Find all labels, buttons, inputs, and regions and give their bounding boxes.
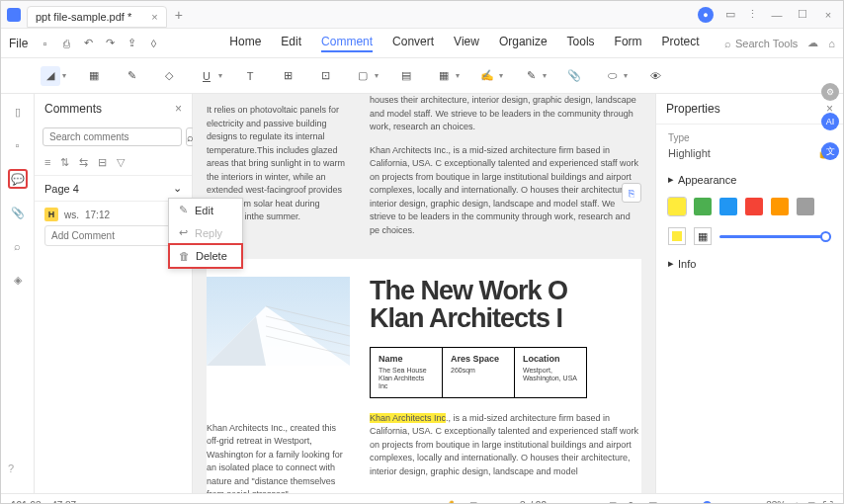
last-page-icon[interactable]: ⏭ (565, 500, 575, 504)
fit-page-icon[interactable]: ⊡ (609, 500, 617, 504)
zoom-out-icon[interactable]: − (752, 500, 758, 504)
help-icon[interactable]: ? (8, 462, 14, 474)
undo-icon[interactable]: ↶ (79, 35, 97, 52)
home-icon[interactable]: ⌂ (828, 38, 835, 49)
new-tab-button[interactable]: + (175, 7, 183, 23)
tab-comment[interactable]: Comment (321, 35, 373, 52)
appearance-section[interactable]: ▸ Appearance (656, 167, 843, 192)
kebab-menu-icon[interactable]: ⋮ (747, 8, 758, 21)
shape-tool[interactable]: ▢ (353, 66, 373, 86)
ctx-reply: ↩ Reply (169, 221, 242, 244)
filter-icon[interactable]: ▽ (117, 156, 125, 169)
tab-tools[interactable]: Tools (567, 35, 595, 52)
maximize-button[interactable]: ☐ (796, 8, 809, 21)
hand-tool-icon[interactable]: ✋ (446, 500, 458, 504)
color-green[interactable] (694, 198, 712, 215)
save-icon[interactable]: ▫ (36, 35, 53, 52)
ctx-delete[interactable]: 🗑 Delete (168, 243, 243, 269)
color-red[interactable] (745, 198, 763, 215)
tab-form[interactable]: Form (615, 35, 642, 52)
ctx-edit[interactable]: ✎ Edit (169, 199, 242, 221)
redo-icon[interactable]: ↷ (101, 35, 119, 52)
measure-tool[interactable]: ✎ (521, 66, 541, 86)
notifications-icon[interactable]: ▭ (725, 8, 735, 21)
highlight-tool[interactable]: ◢ (41, 66, 60, 86)
color-gray[interactable] (797, 198, 814, 215)
collapse-icon[interactable]: ⊟ (98, 156, 107, 169)
textbox-tool[interactable]: ⊞ (278, 66, 297, 86)
info-section[interactable]: ▸ Info (656, 251, 843, 276)
file-menu[interactable]: File (9, 37, 28, 50)
eraser-tool[interactable]: ◇ (159, 66, 179, 86)
actual-size-icon[interactable]: ⊡ (807, 500, 815, 504)
comments-rail-icon[interactable]: 💬 (8, 169, 28, 189)
area-highlight-tool[interactable]: ▦ (84, 66, 104, 86)
fit-width-icon[interactable]: ↔ (587, 500, 597, 504)
note-tool[interactable]: ▤ (396, 66, 416, 86)
signature-tool[interactable]: ✍ (477, 66, 497, 86)
color-orange[interactable] (771, 198, 789, 215)
read-mode-icon[interactable]: ▭ (674, 500, 683, 504)
tab-convert[interactable]: Convert (392, 35, 434, 52)
callout-tool[interactable]: ⊡ (315, 66, 335, 86)
comments-title: Comments (44, 102, 102, 116)
stamp-tool[interactable]: ▦ (434, 66, 454, 86)
document-tab[interactable]: ppt file-sample.pdf * × (27, 6, 167, 28)
prev-page-icon[interactable]: ‹ (507, 500, 510, 504)
show-comments-tool[interactable]: 👁 (645, 66, 665, 86)
print-icon[interactable]: ⎙ (57, 35, 75, 52)
doc-paragraph: Khan Architects Inc., created this off-g… (207, 422, 350, 493)
user-avatar[interactable]: ● (698, 7, 714, 23)
share-icon[interactable]: ⇪ (123, 35, 140, 52)
opacity-slider[interactable] (719, 235, 831, 238)
edit-icon: ✎ (177, 204, 189, 216)
close-panel-icon[interactable]: × (175, 102, 182, 116)
layers-rail-icon[interactable]: ◈ (8, 270, 28, 290)
floating-copy-icon[interactable]: ⎘ (622, 183, 641, 203)
translate-rail-icon[interactable]: 文 (821, 142, 839, 160)
add-comment-input[interactable] (44, 225, 182, 246)
tab-organize[interactable]: Organize (499, 35, 548, 52)
ai-rail-icon[interactable]: AI (821, 113, 839, 130)
sort-az-icon[interactable]: ⇅ (60, 156, 69, 169)
zoom-in-icon[interactable]: + (794, 500, 800, 504)
attachments-rail-icon[interactable]: 📎 (8, 203, 28, 222)
search-comments-input[interactable] (42, 127, 182, 146)
opacity-box[interactable]: ▦ (694, 227, 712, 245)
sort-icon[interactable]: ≡ (44, 156, 50, 169)
cloud-icon[interactable]: ☁ (807, 37, 818, 49)
tab-close-icon[interactable]: × (151, 11, 157, 23)
attachment-tool[interactable]: 📎 (564, 66, 584, 86)
expand-icon[interactable]: ⇆ (79, 156, 88, 169)
zoom-value[interactable]: 33% (766, 500, 786, 504)
highlighted-text[interactable]: Khan Architects Inc (370, 413, 446, 423)
fullscreen-icon[interactable]: ⛶ (823, 500, 833, 504)
fill-color-box[interactable] (668, 227, 686, 245)
underline-tool[interactable]: U (197, 66, 216, 86)
rotate-icon[interactable]: ↻ (629, 500, 636, 504)
tab-view[interactable]: View (454, 35, 479, 52)
tab-edit[interactable]: Edit (281, 35, 301, 52)
first-page-icon[interactable]: ⏮ (489, 500, 499, 504)
pencil-tool[interactable]: ✎ (122, 66, 141, 86)
close-window-button[interactable]: × (821, 9, 835, 21)
page-indicator[interactable]: 3 / 22 (518, 500, 547, 504)
search-rail-icon[interactable]: ⌕ (8, 236, 28, 256)
bookmarks-icon[interactable]: ▫ (8, 135, 28, 155)
next-page-icon[interactable]: › (554, 500, 557, 504)
settings-rail-icon[interactable]: ⚙ (821, 83, 839, 101)
select-tool-icon[interactable]: ⊞ (469, 500, 477, 504)
view-mode-icon[interactable]: ▦▾ (648, 500, 662, 504)
tab-filename: ppt file-sample.pdf * (36, 11, 131, 23)
document-viewport[interactable]: It relies on photovoltaic panels for ele… (193, 94, 655, 493)
minimize-button[interactable]: — (770, 9, 784, 21)
text-tool[interactable]: T (240, 66, 260, 86)
link-tool[interactable]: ⬭ (602, 66, 622, 86)
tab-protect[interactable]: Protect (662, 35, 700, 52)
tab-home[interactable]: Home (229, 35, 261, 52)
thumbnails-icon[interactable]: ▯ (8, 102, 28, 122)
color-yellow[interactable] (668, 198, 686, 215)
search-tools[interactable]: ⌕ Search Tools (724, 38, 798, 49)
color-blue[interactable] (719, 198, 737, 215)
highlighter-icon[interactable]: ◊ (144, 35, 162, 52)
